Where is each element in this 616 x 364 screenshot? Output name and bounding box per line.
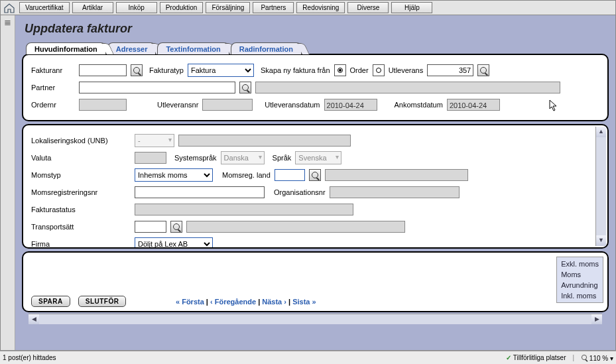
systemsprak-select: Danska <box>221 151 265 164</box>
hscroll-left-icon[interactable]: ◀ <box>29 314 39 324</box>
totals-box: Exkl. moms Moms Avrundning Inkl. moms <box>556 257 603 303</box>
firma-label: Firma <box>31 240 131 248</box>
menu-forsaljning[interactable]: Försäljning <box>206 2 250 13</box>
source-ref-search-icon[interactable] <box>477 64 489 76</box>
skapa-label: Skapa ny faktura från <box>261 66 330 74</box>
total-exkl-moms: Exkl. moms <box>561 259 599 269</box>
momsreg-land-search-icon[interactable] <box>309 169 321 181</box>
total-moms: Moms <box>561 269 599 280</box>
tab-textinformation[interactable]: Textinformation <box>157 42 229 54</box>
pager-next[interactable]: Nästa › <box>262 298 286 306</box>
utleverans-label: Utleverans <box>389 66 424 74</box>
fakturanr-search-icon[interactable] <box>131 64 143 76</box>
tab-huvudinformation[interactable]: Huvudinformation <box>26 42 106 54</box>
transportsatt-input[interactable] <box>135 221 166 233</box>
partner-label: Partner <box>31 84 75 91</box>
transportsatt-label: Transportsätt <box>31 223 131 231</box>
tab-adresser[interactable]: Adresser <box>107 42 156 54</box>
menu-inkop[interactable]: Inköp <box>116 2 157 13</box>
finish-button[interactable]: SLUTFÖR <box>78 296 127 307</box>
menu-redovisning[interactable]: Redovisning <box>296 2 345 13</box>
radio-utleverans[interactable] <box>373 64 385 76</box>
lokaliseringskod-display <box>178 135 351 147</box>
total-inkl-moms: Inkl. moms <box>561 290 599 301</box>
partner-input[interactable] <box>79 82 235 93</box>
sprak-select: Svenska <box>295 151 341 164</box>
status-trust: ✓ Tillförlitliga platser <box>506 354 566 361</box>
rail-lines-icon[interactable]: ≣ <box>4 19 12 25</box>
hscroll-right-icon[interactable]: ▶ <box>591 314 602 324</box>
momsreg-land-input[interactable] <box>275 169 305 181</box>
fakturanr-input[interactable] <box>79 64 127 76</box>
transportsatt-search-icon[interactable] <box>170 221 182 233</box>
menu-artiklar[interactable]: Artiklar <box>72 2 113 13</box>
details-scrollbar[interactable]: ▲ ▼ <box>595 127 606 246</box>
scroll-down-icon[interactable]: ▼ <box>596 235 606 246</box>
utleveransnr-display <box>202 99 253 111</box>
status-bar: 1 post(er) hittades ✓ Tillförlitliga pla… <box>0 351 616 364</box>
fakturatyp-label: Fakturatyp <box>149 66 184 74</box>
momsreg-land-label: Momsreg. land <box>222 171 271 179</box>
lokaliseringskod-label: Lokaliseringskod (UNB) <box>31 137 131 145</box>
fakturanr-label: Fakturanr <box>31 66 75 74</box>
order-label: Order <box>350 66 369 74</box>
pager-prev[interactable]: ‹ Föregående <box>210 298 256 306</box>
menu-diverse[interactable]: Diverse <box>347 2 389 13</box>
tab-radinformation[interactable]: Radinformation <box>231 42 302 54</box>
radio-order[interactable] <box>334 64 346 76</box>
menu-produktion[interactable]: Produktion <box>160 2 204 13</box>
momstyp-select[interactable]: Inhemsk moms <box>135 168 213 182</box>
lokaliseringskod-select: - <box>135 134 174 147</box>
fakturastatus-label: Fakturastatus <box>31 206 131 213</box>
momstyp-label: Momstyp <box>31 171 131 179</box>
total-avrundning: Avrundning <box>561 280 599 290</box>
organisationsnr-display <box>330 186 460 198</box>
pager-last[interactable]: Sista » <box>292 298 316 306</box>
valuta-label: Valuta <box>31 154 131 162</box>
source-ref-input[interactable] <box>427 64 473 76</box>
menu-partners[interactable]: Partners <box>253 2 294 13</box>
momsregistreringsnr-input[interactable] <box>135 186 265 198</box>
partner-search-icon[interactable] <box>239 82 251 93</box>
ankomstdatum-label: Ankomstdatum <box>395 101 443 109</box>
systemsprak-label: Systemspråk <box>174 154 217 162</box>
page-title: Uppdatera fakturor <box>25 22 609 36</box>
ordernr-label: Ordernr <box>31 101 75 109</box>
utleveransdatum-label: Utleveransdatum <box>265 101 320 109</box>
save-button[interactable]: SPARA <box>31 296 70 307</box>
momsregistreringsnr-label: Momsregistreringsnr <box>31 188 131 196</box>
fakturastatus-display <box>135 204 353 215</box>
status-record-count: 1 post(er) hittades <box>3 354 56 361</box>
utleveransnr-label: Utleveransnr <box>157 101 198 109</box>
left-rail: ≣ <box>1 15 15 350</box>
content-hscrollbar[interactable]: ◀ ▶ <box>29 314 602 324</box>
tab-strip: Huvudinformation Adresser Textinformatio… <box>26 42 609 54</box>
utleveransdatum-display: 2010-04-24 <box>324 99 377 111</box>
ordernr-display <box>79 99 127 111</box>
momsreg-land-display <box>325 169 468 181</box>
fakturatyp-select[interactable]: Faktura <box>188 64 254 77</box>
organisationsnr-label: Organisationsnr <box>274 188 326 196</box>
partner-name-display <box>255 82 560 93</box>
menu-varucertifikat[interactable]: Varucertifikat <box>19 2 70 13</box>
firma-select[interactable]: Döljt på Lex AB <box>135 237 213 249</box>
ankomstdatum-display: 2010-04-24 <box>447 99 500 111</box>
pager-first[interactable]: « Första <box>176 298 204 306</box>
menu-hjalp[interactable]: Hjälp <box>391 2 432 13</box>
valuta-display <box>135 152 166 164</box>
pager: « Första | ‹ Föregående | Nästa › | Sist… <box>176 298 316 306</box>
details-panel: Lokaliseringskod (UNB) - Valuta Systemsp… <box>22 124 609 249</box>
main-menu: Varucertifikat Artiklar Inköp Produktion… <box>19 2 432 13</box>
transportsatt-display <box>186 221 405 233</box>
footer-panel: SPARA SLUTFÖR « Första | ‹ Föregående | … <box>22 251 609 312</box>
status-zoom[interactable]: 110 % ▾ <box>581 354 613 362</box>
home-icon[interactable] <box>3 3 15 13</box>
scroll-up-icon[interactable]: ▲ <box>596 127 606 137</box>
sprak-label: Språk <box>273 154 292 162</box>
header-panel: Fakturanr Fakturatyp Faktura Skapa ny fa… <box>22 54 609 121</box>
